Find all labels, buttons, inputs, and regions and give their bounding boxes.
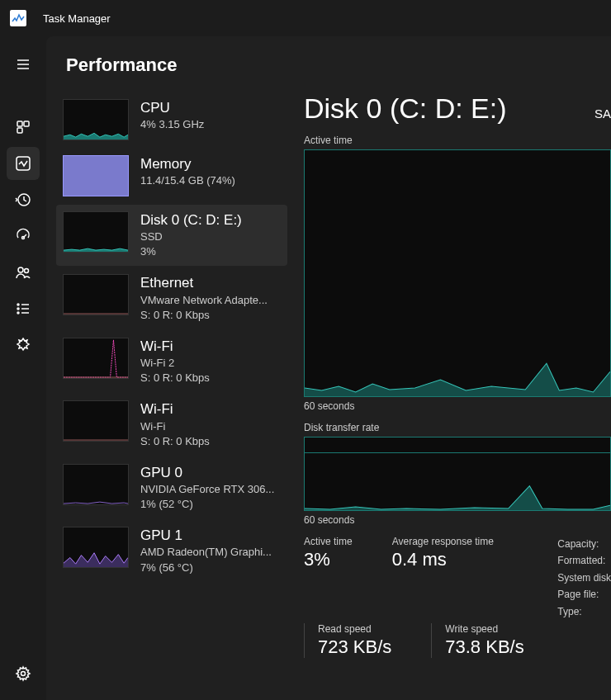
perf-item-title: CPU xyxy=(140,99,281,117)
nav-settings[interactable] xyxy=(7,657,40,690)
stat-write-speed: Write speed 73.8 KB/s xyxy=(431,623,530,658)
perf-item-ethernet[interactable]: EthernetVMware Network Adapte...S: 0 R: … xyxy=(56,267,287,329)
nav-startup[interactable] xyxy=(7,220,40,253)
stat-label: Read speed xyxy=(318,623,391,635)
perf-item-cpu[interactable]: CPU4% 3.15 GHz xyxy=(56,92,287,147)
svg-point-18 xyxy=(21,672,26,676)
svg-point-16 xyxy=(17,312,19,314)
stat-label: Active time xyxy=(304,536,353,547)
transfer-rate-chart[interactable] xyxy=(304,437,611,511)
perf-item-title: Wi-Fi xyxy=(140,338,281,356)
stat-read-speed: Read speed 723 KB/s xyxy=(304,623,398,658)
stat-avg-response: Average response time 0.4 ms xyxy=(392,536,500,620)
perf-item-sub2: 7% (56 °C) xyxy=(140,560,281,575)
active-time-chart[interactable] xyxy=(304,149,611,397)
perf-item-sub1: NVIDIA GeForce RTX 306... xyxy=(140,482,281,497)
svg-rect-3 xyxy=(17,121,22,126)
perf-info: EthernetVMware Network Adapte...S: 0 R: … xyxy=(140,274,281,322)
chart2-xaxis: 60 seconds xyxy=(304,514,611,526)
perf-item-gpu-1[interactable]: GPU 1AMD Radeon(TM) Graphi...7% (56 °C) xyxy=(56,520,287,581)
chart1-xaxis: 60 seconds xyxy=(304,400,611,412)
app-title: Task Manager xyxy=(43,12,111,25)
app-icon xyxy=(10,10,26,26)
meta-formatted: Formatted: xyxy=(557,552,611,569)
stat-value: 73.8 KB/s xyxy=(445,636,523,658)
nav-performance[interactable] xyxy=(7,147,40,180)
perf-item-sub2: S: 0 R: 0 Kbps xyxy=(140,371,281,385)
detail-title: Disk 0 (C: D: E:) xyxy=(304,92,507,125)
disk-meta: Capacity: Formatted: System disk Page fi… xyxy=(557,536,611,620)
perf-info: CPU4% 3.15 GHz xyxy=(140,99,281,140)
perf-thumbnail xyxy=(63,338,129,379)
svg-rect-5 xyxy=(17,128,22,133)
perf-item-sub1: VMware Network Adapte... xyxy=(140,293,281,308)
perf-item-title: Disk 0 (C: D: E:) xyxy=(140,211,281,229)
perf-info: GPU 0NVIDIA GeForce RTX 306...1% (52 °C) xyxy=(140,464,281,512)
nav-app-history[interactable] xyxy=(7,183,40,216)
perf-thumbnail xyxy=(63,400,129,442)
perf-item-sub2: 1% (52 °C) xyxy=(140,497,281,512)
perf-info: Disk 0 (C: D: E:)SSD3% xyxy=(140,211,281,259)
detail-vendor: SA xyxy=(594,106,611,121)
perf-thumbnail xyxy=(63,155,129,196)
perf-thumbnail xyxy=(63,211,129,253)
page-title: Performance xyxy=(46,36,611,92)
nav-hamburger[interactable] xyxy=(7,48,40,81)
svg-rect-4 xyxy=(24,121,29,126)
perf-item-sub1: 4% 3.15 GHz xyxy=(140,117,281,132)
perf-thumbnail xyxy=(63,464,129,505)
svg-point-10 xyxy=(18,267,23,272)
perf-item-wi-fi[interactable]: Wi-FiWi-Fi 2S: 0 R: 0 Kbps xyxy=(56,331,287,392)
perf-item-sub1: Wi-Fi 2 xyxy=(140,356,281,371)
svg-point-11 xyxy=(25,269,29,273)
titlebar: Task Manager xyxy=(0,0,611,36)
detail-pane: Disk 0 (C: D: E:) SA Active time 60 seco… xyxy=(287,92,611,700)
perf-item-title: GPU 0 xyxy=(140,464,281,482)
perf-info: Memory11.4/15.4 GB (74%) xyxy=(140,155,281,196)
perf-thumbnail xyxy=(63,99,129,140)
svg-point-14 xyxy=(17,308,19,310)
meta-type: Type: xyxy=(557,603,611,620)
nav-details[interactable] xyxy=(7,292,40,325)
perf-item-memory[interactable]: Memory11.4/15.4 GB (74%) xyxy=(56,149,287,203)
stat-active-time: Active time 3% xyxy=(304,536,359,620)
perf-info: Wi-FiWi-FiS: 0 R: 0 Kbps xyxy=(140,400,281,448)
perf-info: Wi-FiWi-Fi 2S: 0 R: 0 Kbps xyxy=(140,338,281,385)
perf-item-wi-fi[interactable]: Wi-FiWi-FiS: 0 R: 0 Kbps xyxy=(56,394,287,455)
perf-item-sub2: S: 0 R: 0 Kbps xyxy=(140,308,281,323)
perf-item-sub1: SSD xyxy=(140,229,281,244)
meta-capacity: Capacity: xyxy=(557,536,611,552)
perf-item-gpu-0[interactable]: GPU 0NVIDIA GeForce RTX 306...1% (52 °C) xyxy=(56,457,287,518)
perf-item-sub2: S: 0 R: 0 Kbps xyxy=(140,434,281,449)
perf-thumbnail xyxy=(63,527,129,568)
perf-item-title: GPU 1 xyxy=(140,527,281,545)
perf-item-title: Wi-Fi xyxy=(140,400,281,419)
stat-value: 3% xyxy=(304,549,353,570)
nav-services[interactable] xyxy=(7,329,40,362)
perf-item-sub1: Wi-Fi xyxy=(140,419,281,434)
chart2-label: Disk transfer rate xyxy=(304,422,611,433)
nav-processes[interactable] xyxy=(7,111,40,144)
meta-system-disk: System disk xyxy=(557,570,611,586)
perf-item-sub1: AMD Radeon(TM) Graphi... xyxy=(140,545,281,560)
perf-info: GPU 1AMD Radeon(TM) Graphi...7% (56 °C) xyxy=(140,527,281,575)
nav-rail xyxy=(0,36,46,700)
nav-users[interactable] xyxy=(7,256,40,289)
stat-value: 0.4 ms xyxy=(392,549,494,570)
perf-item-disk-0-c-d-e-[interactable]: Disk 0 (C: D: E:)SSD3% xyxy=(56,205,287,266)
perf-item-sub2: 3% xyxy=(140,244,281,259)
stat-label: Write speed xyxy=(445,623,523,635)
stat-value: 723 KB/s xyxy=(318,636,391,658)
perf-item-sub1: 11.4/15.4 GB (74%) xyxy=(140,173,281,188)
perf-item-title: Ethernet xyxy=(140,274,281,292)
stat-label: Average response time xyxy=(392,536,494,547)
perf-thumbnail xyxy=(63,274,129,315)
perf-item-title: Memory xyxy=(140,155,281,173)
meta-page-file: Page file: xyxy=(557,586,611,603)
performance-sidebar: CPU4% 3.15 GHzMemory11.4/15.4 GB (74%)Di… xyxy=(46,92,287,700)
svg-point-12 xyxy=(17,304,19,305)
chart1-label: Active time xyxy=(304,135,611,146)
